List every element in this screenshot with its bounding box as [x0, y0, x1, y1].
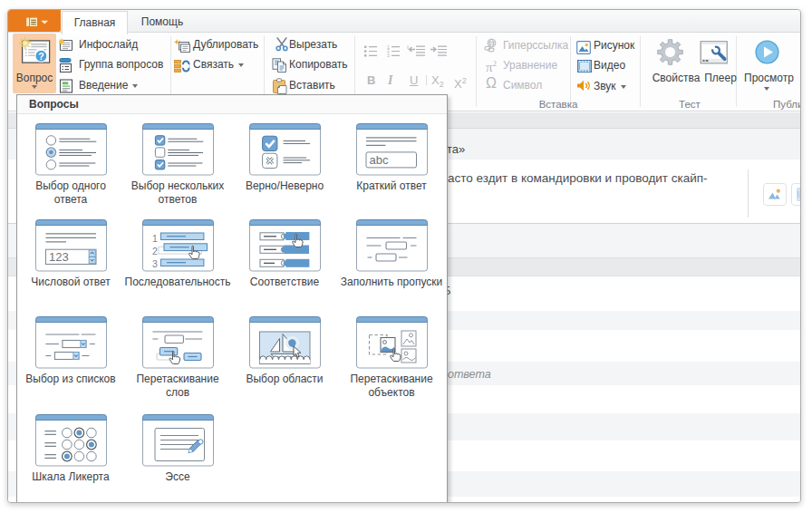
svg-text:2: 2 [152, 246, 158, 256]
svg-text:3: 3 [387, 53, 390, 58]
svg-text:abc: abc [369, 153, 388, 167]
svg-text:3: 3 [152, 258, 158, 269]
svg-text:?: ? [38, 50, 44, 61]
svg-text:123: 123 [49, 250, 69, 264]
svg-text:1: 1 [152, 233, 158, 244]
